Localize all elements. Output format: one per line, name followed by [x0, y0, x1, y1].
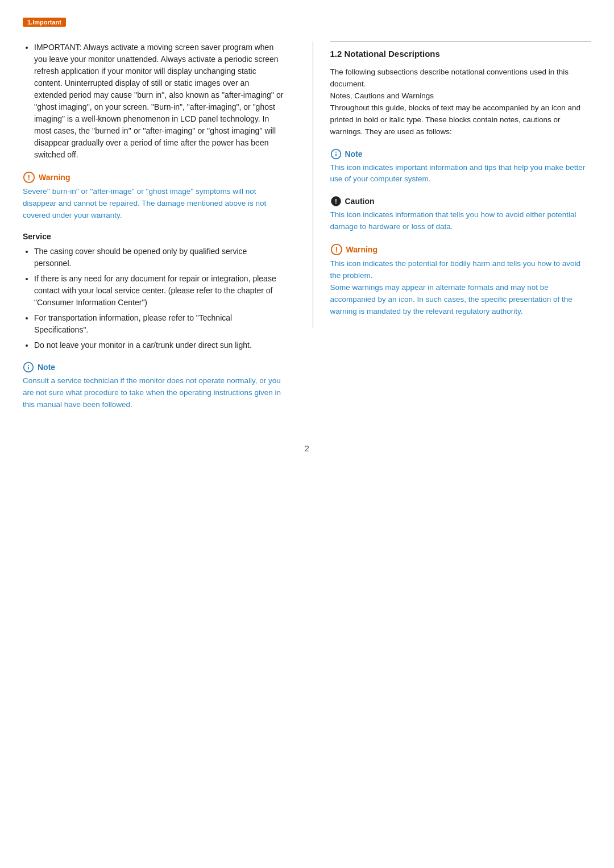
important-item: IMPORTANT: Always activate a moving scre…: [34, 41, 284, 161]
service-item-1: The casing cover should be opened only b…: [34, 246, 284, 269]
warning-title-2: ! Warning: [330, 243, 592, 256]
svg-text:!: !: [335, 246, 337, 254]
warning-block-1: ! Warning Severe'' burn-in'' or ''after-…: [23, 171, 284, 222]
page-number: 2: [23, 444, 591, 453]
service-item-2: If there is any need for any document fo…: [34, 273, 284, 309]
important-badge: 1.Important: [23, 18, 66, 27]
two-column-layout: IMPORTANT: Always activate a moving scre…: [23, 41, 591, 421]
warning-block-2: ! Warning This icon indicates the potent…: [330, 243, 592, 318]
left-column: IMPORTANT: Always activate a moving scre…: [23, 41, 290, 421]
note-text-2: This icon indicates important informatio…: [330, 162, 592, 186]
warning-label-1: Warning: [39, 173, 70, 182]
note-icon-1: [23, 362, 34, 373]
caution-icon: !: [330, 196, 342, 207]
svg-point-6: [335, 151, 337, 152]
right-column: 1.2 Notational Descriptions The followin…: [313, 41, 592, 328]
page-wrapper: 1.Important IMPORTANT: Always activate a…: [23, 17, 591, 453]
note-text-1: Consult a service technician if the moni…: [23, 375, 284, 411]
note-title-2: Note: [330, 148, 592, 160]
svg-text:!: !: [335, 198, 337, 205]
service-label: Service: [23, 232, 284, 241]
important-list: IMPORTANT: Always activate a moving scre…: [23, 41, 284, 161]
note-block-1: Note Consult a service technician if the…: [23, 362, 284, 411]
warning-text-2: This icon indicates the potential for bo…: [330, 258, 592, 318]
warning-icon-1: !: [23, 171, 35, 184]
svg-rect-7: [335, 153, 337, 156]
service-list: The casing cover should be opened only b…: [23, 246, 284, 351]
caution-label: Caution: [345, 197, 375, 206]
warning-label-2: Warning: [346, 245, 377, 254]
warning-title-1: ! Warning: [23, 171, 284, 184]
note-icon-2: [330, 148, 342, 160]
warning-text-1: Severe'' burn-in'' or ''after-image'' or…: [23, 186, 284, 222]
caution-text: This icon indicates information that tel…: [330, 209, 592, 233]
right-col-divider: [330, 41, 592, 42]
warning-icon-2: !: [330, 243, 343, 256]
svg-rect-4: [28, 367, 29, 369]
section-heading-12: 1.2 Notational Descriptions: [330, 49, 592, 59]
svg-point-3: [28, 364, 29, 366]
note-label-2: Note: [345, 149, 363, 159]
caution-title: ! Caution: [330, 196, 592, 207]
intro-text: The following subsections describe notat…: [330, 67, 592, 138]
note-title-1: Note: [23, 362, 284, 373]
note-label-1: Note: [38, 363, 55, 372]
caution-block: ! Caution This icon indicates informatio…: [330, 196, 592, 233]
note-block-2: Note This icon indicates important infor…: [330, 148, 592, 186]
service-item-4: Do not leave your monitor in a car/trunk…: [34, 339, 284, 351]
service-item-3: For transportation information, please r…: [34, 312, 284, 336]
svg-text:!: !: [28, 173, 30, 182]
